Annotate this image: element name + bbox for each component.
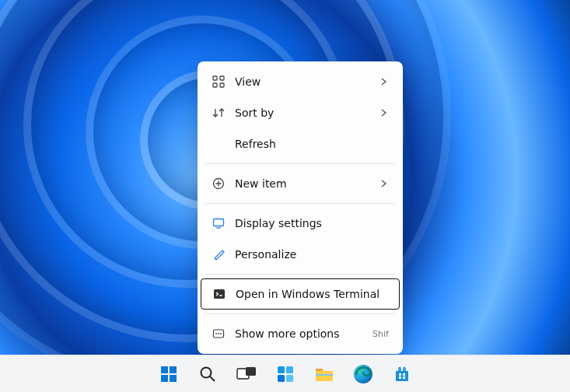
svg-rect-12 [170,366,177,373]
menu-item-sort-by[interactable]: Sort by [201,97,400,128]
svg-rect-0 [213,76,217,80]
svg-rect-18 [278,366,285,373]
search-icon [198,365,217,383]
search-button[interactable] [192,359,223,390]
svg-rect-26 [399,376,401,379]
svg-rect-2 [213,83,217,87]
grid-icon [212,75,226,89]
svg-rect-22 [316,374,333,376]
file-explorer-button[interactable] [309,359,340,390]
menu-item-label: Sort by [235,107,379,119]
menu-item-label: Refresh [235,138,389,150]
svg-rect-24 [399,373,401,376]
start-button[interactable] [153,359,184,390]
svg-rect-21 [286,375,293,382]
task-view-icon [236,366,257,382]
blank-icon [212,137,226,151]
chevron-right-icon [379,109,389,117]
menu-item-view[interactable]: View [201,66,400,97]
sort-icon [212,106,226,120]
menu-item-label: New item [235,177,379,190]
desktop-context-menu: View Sort by Refresh New item [198,61,403,354]
widgets-button[interactable] [270,359,301,390]
monitor-icon [212,216,226,230]
taskbar [0,355,570,392]
folder-icon [314,366,334,383]
menu-separator [205,163,395,164]
menu-separator [205,274,395,275]
menu-item-accelerator: Shif [372,329,389,339]
windows-logo-icon [159,365,178,383]
menu-item-show-more-options[interactable]: Show more options Shif [201,318,400,349]
chevron-right-icon [379,180,389,187]
edge-icon [353,364,373,384]
menu-item-label: Personalize [235,248,389,261]
svg-point-9 [218,333,219,334]
menu-separator [205,313,395,314]
menu-item-new-item[interactable]: New item [201,168,400,199]
svg-point-15 [201,367,211,377]
svg-point-8 [215,333,217,334]
store-icon [393,365,411,383]
brush-icon [212,247,226,261]
svg-rect-17 [246,367,256,376]
microsoft-store-button[interactable] [386,359,418,390]
menu-item-label: View [235,75,379,88]
svg-rect-1 [220,76,224,80]
menu-item-personalize[interactable]: Personalize [201,239,400,270]
svg-rect-25 [403,373,405,376]
menu-separator [205,203,395,204]
menu-item-open-in-windows-terminal[interactable]: Open in Windows Terminal [201,278,400,310]
menu-item-label: Show more options [235,327,372,340]
svg-rect-13 [161,375,168,382]
menu-item-display-settings[interactable]: Display settings [201,208,400,239]
svg-point-10 [220,333,222,334]
widgets-icon [276,365,295,383]
svg-rect-3 [220,83,224,87]
svg-rect-11 [161,366,168,373]
menu-item-label: Display settings [235,217,389,229]
terminal-icon [212,287,226,301]
desktop-wallpaper[interactable]: View Sort by Refresh New item [0,0,570,392]
plus-circle-icon [212,177,226,191]
more-options-icon [212,327,226,341]
chevron-right-icon [379,78,389,86]
menu-item-refresh[interactable]: Refresh [201,128,400,159]
svg-rect-14 [170,375,177,382]
svg-rect-19 [286,366,293,373]
task-view-button[interactable] [231,359,262,390]
edge-browser-button[interactable] [348,359,379,390]
svg-rect-27 [403,376,405,379]
menu-item-label: Open in Windows Terminal [236,288,388,300]
svg-rect-5 [214,219,224,226]
svg-rect-20 [278,375,285,382]
svg-rect-6 [214,289,225,299]
